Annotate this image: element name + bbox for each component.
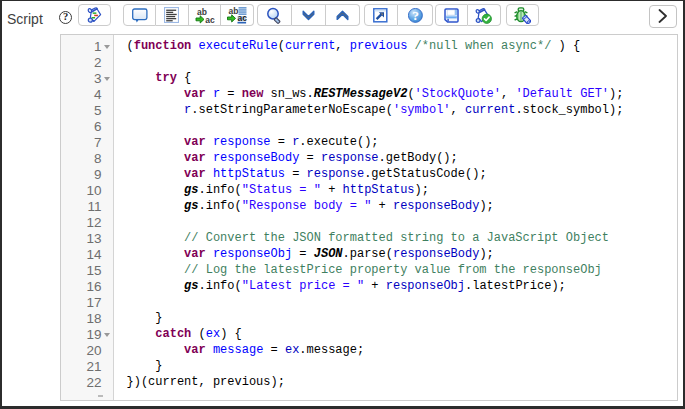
svg-text:ac: ac: [238, 13, 247, 23]
svg-text:ac: ac: [205, 14, 215, 24]
svg-text:?: ?: [412, 8, 419, 23]
